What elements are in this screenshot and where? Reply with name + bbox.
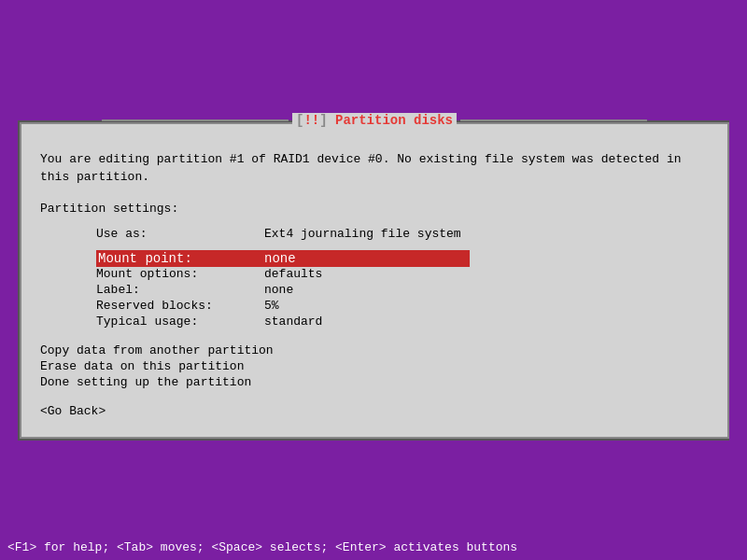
setting-row-typical-usage[interactable]: Typical usage: standard [96, 315, 709, 329]
use-as-value: Ext4 journaling file system [264, 227, 461, 241]
typical-usage-value: standard [264, 315, 322, 329]
dialog: [!!] Partition disks You are editing par… [20, 122, 729, 439]
mount-point-label: Mount point: [98, 251, 264, 266]
mount-options-label: Mount options: [96, 267, 264, 281]
status-bar: <F1> for help; <Tab> moves; <Space> sele… [0, 534, 747, 560]
settings-table: Use as: Ext4 journaling file system Moun… [96, 227, 709, 329]
go-back-button[interactable]: <Go Back> [40, 404, 709, 418]
description-line2: this partition. [40, 170, 149, 184]
label-value: none [264, 283, 293, 297]
reserved-blocks-value: 5% [264, 299, 279, 313]
action-copy-data[interactable]: Copy data from another partition [40, 343, 709, 357]
label-label: Label: [96, 283, 264, 297]
partition-settings-label: Partition settings: [40, 202, 709, 216]
setting-row-label[interactable]: Label: none [96, 283, 709, 297]
screen: [!!] Partition disks You are editing par… [0, 0, 747, 560]
description: You are editing partition #1 of RAID1 de… [40, 150, 709, 187]
typical-usage-label: Typical usage: [96, 315, 264, 329]
setting-row-mount-options[interactable]: Mount options: defaults [96, 267, 709, 281]
use-as-label: Use as: [96, 227, 264, 241]
setting-row-reserved-blocks[interactable]: Reserved blocks: 5% [96, 299, 709, 313]
actions: Copy data from another partition Erase d… [40, 343, 709, 389]
action-done[interactable]: Done setting up the partition [40, 375, 709, 389]
status-bar-text: <F1> for help; <Tab> moves; <Space> sele… [7, 540, 517, 554]
mount-point-value: none [264, 251, 296, 266]
dialog-container: [!!] Partition disks You are editing par… [18, 120, 729, 441]
mount-options-value: defaults [264, 267, 322, 281]
action-erase-data[interactable]: Erase data on this partition [40, 359, 709, 373]
reserved-blocks-label: Reserved blocks: [96, 299, 264, 313]
dialog-title: [!!] Partition disks [292, 113, 457, 128]
description-line1: You are editing partition #1 of RAID1 de… [40, 152, 682, 166]
title-bar: [!!] Partition disks [102, 113, 647, 128]
use-as-row: Use as: Ext4 journaling file system [96, 227, 709, 241]
setting-row-mount-point[interactable]: Mount point: none [96, 250, 470, 267]
